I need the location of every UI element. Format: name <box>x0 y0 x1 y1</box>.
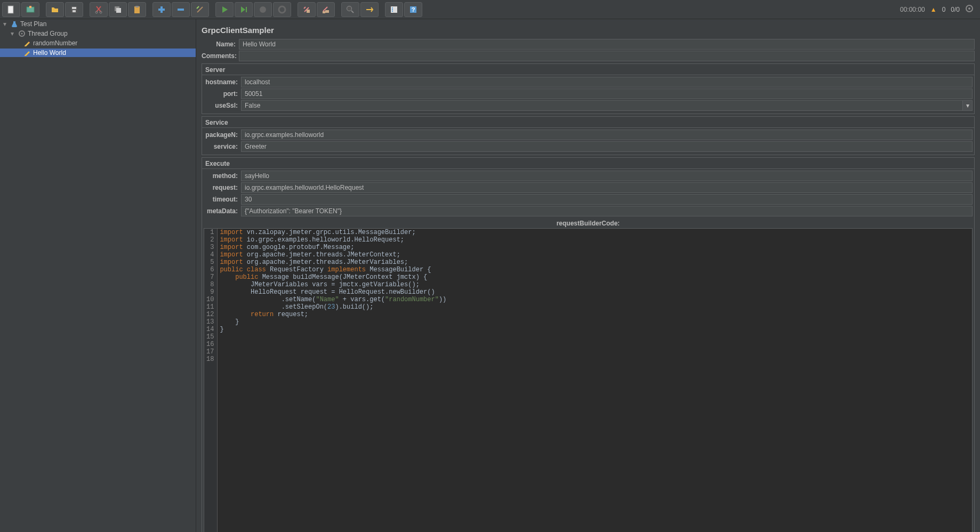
execute-section: Execute <box>202 157 975 168</box>
stop-button[interactable] <box>254 2 272 17</box>
line-gutter: 1 2 3 4 5 6 7 8 9 10 11 12 13 14 15 16 1… <box>204 229 218 532</box>
method-input[interactable] <box>241 171 973 181</box>
collapse-button[interactable] <box>172 2 190 17</box>
templates-button[interactable] <box>21 2 39 17</box>
usessl-label: useSsl: <box>204 102 241 109</box>
svg-rect-25 <box>392 9 393 10</box>
svg-rect-2 <box>29 6 31 8</box>
chevron-down-icon[interactable]: ▾ <box>963 100 973 111</box>
port-label: port: <box>204 90 241 98</box>
metadata-input[interactable] <box>241 206 973 216</box>
hostname-input[interactable] <box>241 77 973 87</box>
code-body[interactable]: import vn.zalopay.jmeter.grpc.utils.Mess… <box>218 229 972 532</box>
reset-search-button[interactable] <box>360 2 379 17</box>
threads-icon <box>965 4 974 14</box>
code-editor[interactable]: 1 2 3 4 5 6 7 8 9 10 11 12 13 14 15 16 1… <box>204 228 973 532</box>
svg-rect-11 <box>135 6 139 7</box>
status-area: 00:00:00 ▲ 0 0/0 <box>900 4 978 14</box>
search-button[interactable] <box>341 2 359 17</box>
expand-icon[interactable]: ▾ <box>11 30 16 37</box>
packagen-input[interactable] <box>241 130 973 140</box>
svg-rect-15 <box>246 7 247 12</box>
svg-rect-26 <box>392 11 393 12</box>
svg-point-17 <box>279 6 285 13</box>
active-threads: 0/0 <box>951 6 960 13</box>
server-section: Server <box>202 63 975 75</box>
flask-icon <box>11 20 18 28</box>
svg-rect-4 <box>72 7 76 9</box>
svg-rect-23 <box>391 6 397 13</box>
svg-point-32 <box>21 33 23 35</box>
comments-label: Comments: <box>202 52 239 60</box>
usessl-select[interactable] <box>241 100 963 111</box>
run-notimer-button[interactable] <box>235 2 253 17</box>
run-button[interactable] <box>215 2 234 17</box>
request-input[interactable] <box>241 182 973 193</box>
service-label: service: <box>204 143 241 150</box>
cut-button[interactable] <box>90 2 108 17</box>
open-button[interactable] <box>46 2 64 17</box>
toggle-button[interactable] <box>191 2 209 17</box>
svg-rect-20 <box>323 11 325 13</box>
clear-all-button[interactable] <box>317 2 335 17</box>
pencil-icon <box>23 39 31 47</box>
svg-rect-18 <box>307 10 310 13</box>
test-plan-tree[interactable]: ▾ Test Plan ▾ Thread Group randomNumber … <box>0 19 196 532</box>
tree-random-number[interactable]: randomNumber <box>0 39 196 47</box>
request-label: request: <box>204 184 241 191</box>
svg-rect-14 <box>178 9 184 11</box>
timeout-input[interactable] <box>241 194 973 205</box>
service-input[interactable] <box>241 141 973 152</box>
gear-icon <box>18 30 26 37</box>
tree-test-plan[interactable]: ▾ Test Plan <box>0 20 196 28</box>
new-button[interactable] <box>2 2 20 17</box>
timeout-label: timeout: <box>204 196 241 203</box>
svg-rect-24 <box>392 7 393 9</box>
tree-thread-group[interactable]: ▾ Thread Group <box>0 29 196 38</box>
copy-button[interactable] <box>109 2 127 17</box>
pencil-icon <box>23 49 31 57</box>
svg-point-22 <box>347 6 351 11</box>
svg-rect-19 <box>325 10 329 13</box>
svg-rect-13 <box>158 9 165 11</box>
code-title: requestBuilderCode: <box>204 217 973 228</box>
metadata-label: metaData: <box>204 207 241 215</box>
expand-icon[interactable]: ▾ <box>3 20 9 28</box>
svg-text:?: ? <box>412 6 415 13</box>
packagen-label: packageN: <box>204 131 241 139</box>
help-button[interactable]: ? <box>404 2 422 17</box>
tree-hello-world[interactable]: Hello World <box>0 49 196 57</box>
svg-rect-5 <box>73 10 76 12</box>
hostname-label: hostname: <box>204 78 241 86</box>
svg-rect-9 <box>116 8 121 13</box>
clear-button[interactable] <box>298 2 316 17</box>
warning-icon: ▲ <box>930 6 937 13</box>
port-input[interactable] <box>241 88 973 99</box>
name-input[interactable] <box>239 39 975 50</box>
svg-point-16 <box>260 6 266 13</box>
paste-button[interactable] <box>128 2 146 17</box>
expand-button[interactable] <box>152 2 171 17</box>
name-label: Name: <box>202 41 239 48</box>
panel-title: GrpcClientSampler <box>202 23 975 39</box>
service-section: Service <box>202 116 975 127</box>
main-toolbar: ? 00:00:00 ▲ 0 0/0 <box>0 0 980 19</box>
warning-count: 0 <box>942 6 946 13</box>
comments-input[interactable] <box>239 51 975 61</box>
svg-rect-0 <box>8 6 13 13</box>
method-label: method: <box>204 172 241 180</box>
content-panel: GrpcClientSampler Name: Comments: Server… <box>196 19 980 532</box>
shutdown-button[interactable] <box>273 2 291 17</box>
save-button[interactable] <box>65 2 83 17</box>
timer-display: 00:00:00 <box>900 6 925 13</box>
function-helper-button[interactable] <box>385 2 403 17</box>
svg-point-30 <box>968 7 970 10</box>
